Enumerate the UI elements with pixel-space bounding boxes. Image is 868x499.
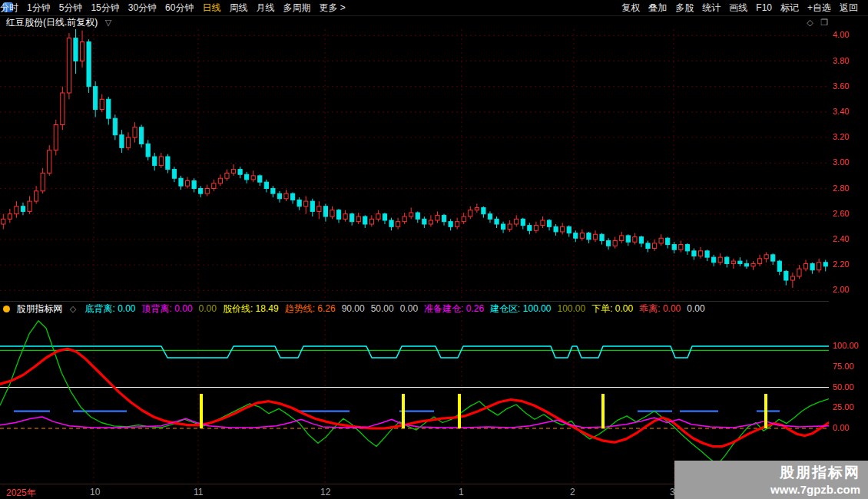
period-tab[interactable]: 1分钟 bbox=[27, 0, 51, 15]
date-label: 2025年 bbox=[6, 487, 36, 499]
price-axis-label: 3.60 bbox=[833, 81, 849, 91]
toolbar-item[interactable]: 返回 bbox=[840, 0, 858, 15]
price-axis-label: 2.20 bbox=[833, 259, 849, 269]
indicator-axis-label: 0.00 bbox=[833, 423, 849, 432]
indicator-name: 股朋指标网 bbox=[16, 303, 62, 314]
indicator-reading: 50.00 bbox=[371, 303, 394, 314]
toolbar-item[interactable]: 多股 bbox=[675, 0, 694, 15]
period-tab[interactable]: 日线 bbox=[202, 0, 220, 15]
toolbar-item[interactable]: 统计 bbox=[702, 0, 721, 15]
date-label: 11 bbox=[194, 487, 203, 497]
indicator-reading: 顶背离: 0.00 bbox=[142, 303, 193, 314]
price-axis: 4.003.803.603.403.203.002.802.602.402.20… bbox=[830, 29, 868, 301]
indicator-values: 底背离: 0.00顶背离: 0.000.00股价线: 18.49趋势线: 6.2… bbox=[79, 303, 705, 314]
price-axis-label: 4.00 bbox=[833, 30, 849, 39]
indicator-reading: 90.00 bbox=[342, 303, 365, 314]
diamond-icon[interactable]: ◇ bbox=[70, 304, 76, 313]
top-menu-bar: 分时1分钟5分钟15分钟30分钟60分钟日线周线月线多周期更多 > 复权叠加多股… bbox=[0, 0, 868, 16]
indicator-reading: 趋势线: 6.26 bbox=[285, 303, 336, 314]
indicator-reading: 底背离: 0.00 bbox=[85, 303, 136, 314]
toolbar-item[interactable]: 叠加 bbox=[648, 0, 667, 15]
price-axis-label: 2.00 bbox=[833, 285, 849, 294]
toolbar-item[interactable]: F10 bbox=[756, 0, 772, 15]
price-axis-label: 3.00 bbox=[833, 157, 849, 167]
indicator-axis: 100.0075.0050.0025.000.00 bbox=[830, 316, 868, 484]
date-label: 12 bbox=[320, 487, 330, 497]
indicator-reading: 0.00 bbox=[199, 303, 217, 314]
watermark-title: 股朋指标网 bbox=[674, 463, 860, 483]
indicator-axis-label: 100.00 bbox=[833, 341, 859, 350]
chevron-down-icon[interactable]: ▽ bbox=[105, 18, 111, 27]
indicator-axis-label: 50.00 bbox=[833, 382, 854, 392]
title-bar: 红豆股份(日线.前复权) ▽ ◇ ❐ bbox=[0, 15, 868, 29]
period-tab[interactable]: 60分钟 bbox=[165, 0, 194, 15]
indicator-reading: 0.00 bbox=[687, 303, 704, 314]
date-label: 10 bbox=[90, 487, 100, 497]
period-tab[interactable]: 5分钟 bbox=[59, 0, 83, 15]
indicator-header: 股朋指标网 ◇ 底背离: 0.00顶背离: 0.000.00股价线: 18.49… bbox=[0, 301, 829, 316]
indicator-axis-label: 25.00 bbox=[833, 402, 854, 411]
price-axis-label: 2.80 bbox=[833, 183, 849, 193]
diamond-icon[interactable]: ◇ bbox=[807, 18, 813, 27]
indicator-chart bbox=[0, 316, 829, 484]
period-tab[interactable]: 多周期 bbox=[283, 0, 310, 15]
toolbar-item[interactable]: 标记 bbox=[780, 0, 799, 15]
toolbar-item[interactable]: 复权 bbox=[621, 0, 640, 15]
toolbar-item[interactable]: 画线 bbox=[729, 0, 747, 15]
indicator-axis-label: 75.00 bbox=[833, 362, 854, 371]
price-axis-label: 2.40 bbox=[833, 234, 849, 243]
period-tab[interactable]: 月线 bbox=[256, 0, 274, 15]
indicator-reading: 乖离: 0.00 bbox=[639, 303, 681, 314]
price-axis-label: 3.80 bbox=[833, 56, 849, 65]
indicator-reading: 准备建仓: 0.26 bbox=[424, 303, 484, 314]
toolbar-menu: 复权叠加多股统计画线F10标记+自选返回 bbox=[621, 0, 866, 15]
period-tab[interactable]: 30分钟 bbox=[128, 0, 157, 15]
period-tab[interactable]: 更多 > bbox=[319, 0, 345, 15]
watermark-box: 股朋指标网 www.7gpzb.com bbox=[674, 461, 868, 499]
indicator-reading: 建仓区: 100.00 bbox=[490, 303, 551, 314]
period-tab[interactable]: 15分钟 bbox=[91, 0, 119, 15]
period-tab[interactable]: 周线 bbox=[229, 0, 247, 15]
price-axis-label: 3.20 bbox=[833, 132, 849, 141]
date-label: 2 bbox=[570, 487, 575, 497]
indicator-reading: 下单: 0.00 bbox=[591, 303, 633, 314]
period-menu: 分时1分钟5分钟15分钟30分钟60分钟日线周线月线多周期更多 > bbox=[0, 0, 354, 15]
indicator-expand-icon[interactable] bbox=[3, 306, 10, 312]
indicator-reading: 0.00 bbox=[400, 303, 418, 314]
indicator-reading: 股价线: 18.49 bbox=[223, 303, 279, 314]
window-icon[interactable]: ❐ bbox=[820, 18, 828, 27]
indicator-reading: 100.00 bbox=[557, 303, 585, 314]
price-axis-label: 2.60 bbox=[833, 209, 849, 218]
toolbar-item[interactable]: +自选 bbox=[807, 0, 831, 15]
stock-title[interactable]: 红豆股份(日线.前复权) bbox=[6, 17, 98, 28]
kline-chart bbox=[0, 29, 829, 301]
date-label: 1 bbox=[459, 487, 464, 497]
watermark-url: www.7gpzb.com bbox=[674, 483, 860, 496]
title-bar-icons: ◇ ❐ bbox=[802, 15, 828, 29]
period-tab[interactable]: 分时 bbox=[0, 0, 18, 15]
price-axis-label: 3.40 bbox=[833, 107, 849, 116]
